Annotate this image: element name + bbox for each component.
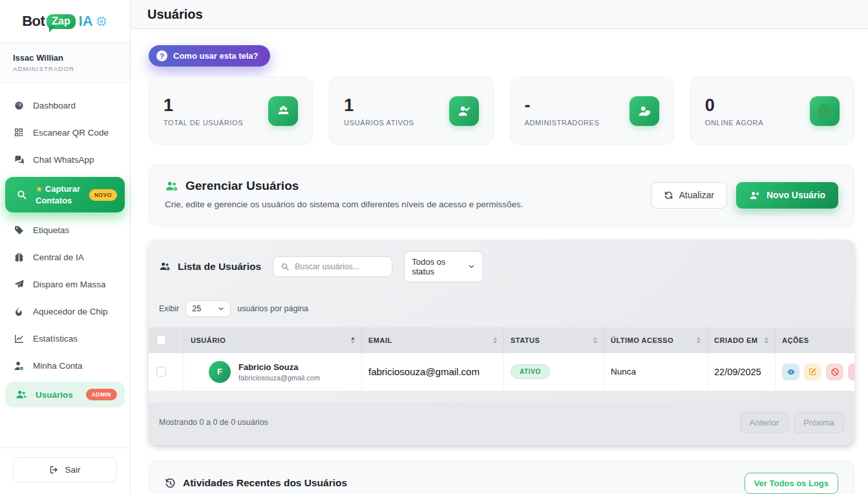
help-button[interactable]: ? Como usar esta tela? [149, 45, 270, 67]
sidebar-item-chat-whatsapp[interactable]: Chat WhatsApp [0, 146, 130, 173]
column-usuario[interactable]: USUÁRIO [184, 327, 362, 353]
pagination-summary: Mostrando 0 a 0 de 0 usuários [159, 418, 268, 427]
users-list-card: Lista de Usuários Todos os status [149, 240, 854, 445]
next-page-button[interactable]: Próxima [794, 412, 844, 433]
refresh-label: Atualizar [679, 190, 714, 200]
row-email-cell: fabriciosouza@gmail.com [362, 353, 504, 391]
sidebar-item-label: Escanear QR Code [33, 128, 109, 138]
sidebar-item-dashboard[interactable]: Dashboard [0, 92, 130, 119]
prev-page-button[interactable]: Anterior [740, 412, 789, 433]
sidebar-nav: Dashboard Escanear QR Code Chat Wha [0, 83, 130, 448]
stat-label: TOTAL DE USUÁRIOS [164, 119, 243, 127]
status-filter-select[interactable]: Todos os status [404, 251, 483, 282]
stat-label: USUÁRIOS ATIVOS [344, 119, 414, 127]
flame-icon [13, 305, 25, 317]
logout-icon [49, 465, 59, 475]
star-icon: ★ [36, 185, 43, 194]
row-checkbox[interactable] [156, 367, 166, 376]
sidebar-item-label: Etiquetas [33, 225, 69, 235]
column-ultimo-acesso[interactable]: ÚLTIMO ACESSO [604, 327, 708, 353]
user-plus-icon [749, 190, 760, 201]
users-list-title: Lista de Usuários [178, 261, 261, 273]
sidebar-item-central-ia[interactable]: Central de IA [0, 243, 130, 271]
stat-card-online-agora: 0 ONLINE AGORA [690, 77, 854, 145]
column-criado-em[interactable]: CRIADO EM [708, 327, 776, 353]
new-user-button[interactable]: Novo Usuário [736, 182, 838, 209]
sidebar-item-label: Central de IA [33, 252, 84, 262]
tags-icon [13, 224, 25, 236]
chevron-down-icon [468, 263, 475, 270]
recent-activities-card: Atividades Recentes dos Usuários Ver Tod… [149, 460, 854, 494]
edit-user-button[interactable] [804, 364, 821, 380]
page-title: Usuários [147, 7, 203, 22]
sidebar-item-qr-code[interactable]: Escanear QR Code [0, 119, 130, 146]
stat-card-total-usuarios: 1 TOTAL DE USUÁRIOS [149, 77, 313, 145]
brand-bot: Bot [22, 13, 45, 30]
search-input[interactable] [295, 262, 385, 271]
logout-button[interactable]: Sair [13, 457, 117, 482]
admin-badge: ADMIN [86, 389, 117, 400]
novo-badge: NOVO [89, 189, 117, 201]
page-size-suffix: usuários por página [237, 304, 308, 313]
column-status[interactable]: STATUS [504, 327, 604, 353]
new-user-label: Novo Usuário [767, 190, 825, 200]
app-root: Bot Zap IA Issac Willian ADMINISTRADOR [0, 0, 868, 494]
block-user-button[interactable] [826, 364, 843, 380]
view-logs-button[interactable]: Ver Todos os Logs [745, 473, 838, 494]
user-check-icon [449, 96, 479, 126]
sidebar-item-minha-conta[interactable]: Minha Conta [0, 352, 130, 379]
sidebar-item-label: Minha Conta [33, 361, 83, 371]
page-size-prefix: Exibir [159, 304, 179, 313]
chat-bubbles-icon [13, 154, 25, 165]
sidebar-item-usuarios[interactable]: Usuários ADMIN [5, 382, 125, 407]
online-dot-icon [810, 96, 840, 126]
stat-label: ADMINISTRADORES [525, 119, 600, 127]
table-gap [149, 391, 854, 402]
manage-users-title-row: Gerenciar Usuários [165, 179, 524, 193]
column-email[interactable]: EMAIL [362, 327, 504, 353]
sidebar-item-etiquetas[interactable]: Etiquetas [0, 216, 130, 243]
stat-card-usuarios-ativos: 1 USUÁRIOS ATIVOS [329, 77, 493, 145]
page-size-select[interactable]: 25 [185, 300, 231, 317]
sort-icon [697, 337, 701, 344]
qr-code-icon [13, 127, 25, 138]
view-user-button[interactable] [782, 364, 799, 380]
sidebar-item-label: Usuários [36, 390, 73, 400]
sidebar-item-aquecedor-chip[interactable]: Aquecedor de Chip [0, 298, 130, 325]
row-user-cell: F Fabricio Souza fabriciosouza@gmail.com [184, 353, 362, 391]
logout-label: Sair [65, 465, 80, 475]
users-icon [159, 260, 171, 273]
row-actions-cell [776, 353, 854, 391]
activities-title: Atividades Recentes dos Usuários [183, 477, 347, 489]
sidebar-item-label: Chat WhatsApp [33, 155, 94, 165]
stat-value: 1 [344, 96, 414, 116]
brain-icon [13, 251, 25, 263]
sidebar-item-label: Dashboard [33, 101, 76, 110]
eye-icon [787, 367, 796, 376]
table-row: F Fabricio Souza fabriciosouza@gmail.com… [149, 353, 854, 391]
delete-user-button[interactable] [848, 364, 854, 380]
chevron-down-icon [218, 305, 224, 312]
sidebar-item-estatisticas[interactable]: Estatísticas [0, 325, 130, 352]
brand-ia: IA [79, 13, 93, 30]
user-profile-block: Issac Willian ADMINISTRADOR [0, 43, 130, 83]
topbar: Usuários [131, 0, 868, 29]
refresh-icon [664, 190, 673, 200]
row-user-subemail: fabriciosouza@gmail.com [238, 374, 320, 382]
refresh-button[interactable]: Atualizar [651, 182, 727, 209]
sidebar-item-capturar-contatos[interactable]: ★Capturar Contatos NOVO [5, 177, 125, 212]
sort-icon [351, 337, 355, 344]
select-all-checkbox[interactable] [156, 335, 166, 345]
user-role: ADMINISTRADOR [13, 65, 117, 72]
manage-actions: Atualizar Novo Usuário [651, 182, 838, 209]
status-filter-value: Todos os status [412, 257, 461, 276]
search-capture-icon [16, 189, 27, 201]
users-icon [16, 389, 27, 400]
brand-logo: Bot Zap IA [0, 0, 130, 43]
stat-value: 1 [164, 96, 243, 116]
sidebar-item-disparo-massa[interactable]: Disparo em Massa [0, 271, 130, 298]
users-list-header: Lista de Usuários Todos os status [149, 240, 854, 293]
avatar: F [209, 361, 231, 383]
history-icon [165, 478, 176, 489]
trash-icon [852, 367, 854, 376]
